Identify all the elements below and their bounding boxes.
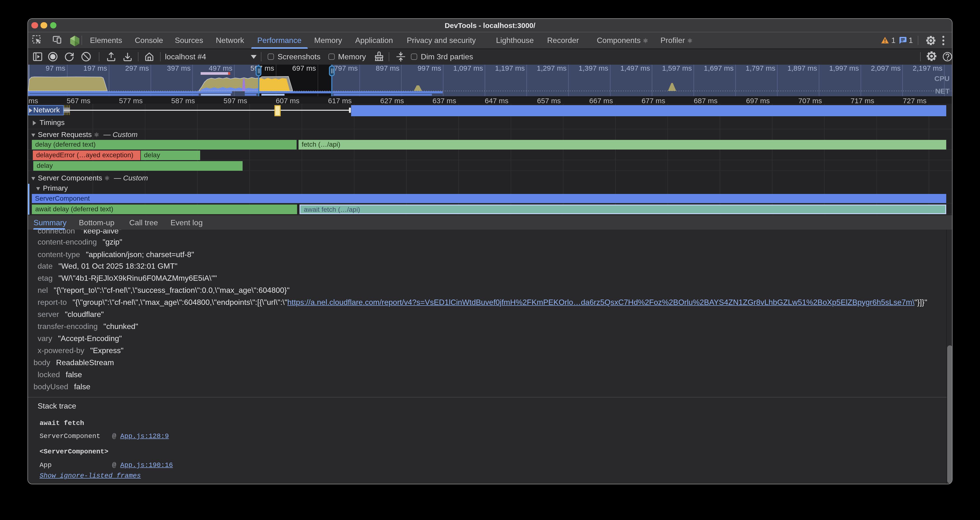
svg-text:1,397 ms: 1,397 ms (579, 65, 608, 72)
svg-text:677 ms: 677 ms (641, 97, 665, 104)
svg-text:1,497 ms: 1,497 ms (620, 65, 650, 72)
svg-text:797 ms: 797 ms (334, 65, 358, 72)
svg-text:497 ms: 497 ms (208, 65, 232, 72)
svg-text:2,197 ms: 2,197 ms (913, 65, 942, 72)
svg-text:607 ms: 607 ms (275, 97, 299, 104)
svg-text:687 ms: 687 ms (694, 97, 718, 104)
svg-text:577 ms: 577 ms (119, 97, 143, 104)
svg-text:397 ms: 397 ms (167, 65, 191, 72)
svg-text:597 ms: 597 ms (224, 97, 247, 104)
svg-text:647 ms: 647 ms (485, 97, 508, 104)
svg-text:897 ms: 897 ms (376, 65, 399, 72)
svg-text:697 ms: 697 ms (292, 65, 316, 72)
svg-text:1,697 ms: 1,697 ms (704, 65, 733, 72)
svg-text:697 ms: 697 ms (746, 97, 770, 104)
svg-text:567 ms: 567 ms (67, 97, 91, 104)
svg-text:1,597 ms: 1,597 ms (662, 65, 692, 72)
svg-text:587 ms: 587 ms (171, 97, 195, 104)
svg-text:627 ms: 627 ms (380, 97, 404, 104)
svg-text:707 ms: 707 ms (798, 97, 822, 104)
svg-text:1,197 ms: 1,197 ms (495, 65, 525, 72)
svg-text:1,997 ms: 1,997 ms (829, 65, 859, 72)
svg-text:667 ms: 667 ms (589, 97, 613, 104)
svg-text:727 ms: 727 ms (903, 97, 926, 104)
svg-text:1,297 ms: 1,297 ms (537, 65, 566, 72)
svg-text:NET: NET (935, 87, 950, 95)
svg-text:717 ms: 717 ms (851, 97, 874, 104)
svg-text:2,097 ms: 2,097 ms (871, 65, 900, 72)
svg-text:997 ms: 997 ms (417, 65, 441, 72)
svg-text:97 ms: 97 ms (46, 65, 65, 72)
svg-text:297 ms: 297 ms (125, 65, 149, 72)
svg-text:1,797 ms: 1,797 ms (746, 65, 775, 72)
svg-text:657 ms: 657 ms (537, 97, 561, 104)
svg-text:1,897 ms: 1,897 ms (788, 65, 817, 72)
svg-text:1,097 ms: 1,097 ms (453, 65, 483, 72)
svg-text:197 ms: 197 ms (83, 65, 107, 72)
svg-text:597 ms: 597 ms (251, 65, 274, 72)
svg-text:637 ms: 637 ms (433, 97, 456, 104)
svg-text:CPU: CPU (934, 75, 950, 83)
svg-text:ms: ms (29, 97, 38, 104)
svg-text:617 ms: 617 ms (328, 97, 352, 104)
